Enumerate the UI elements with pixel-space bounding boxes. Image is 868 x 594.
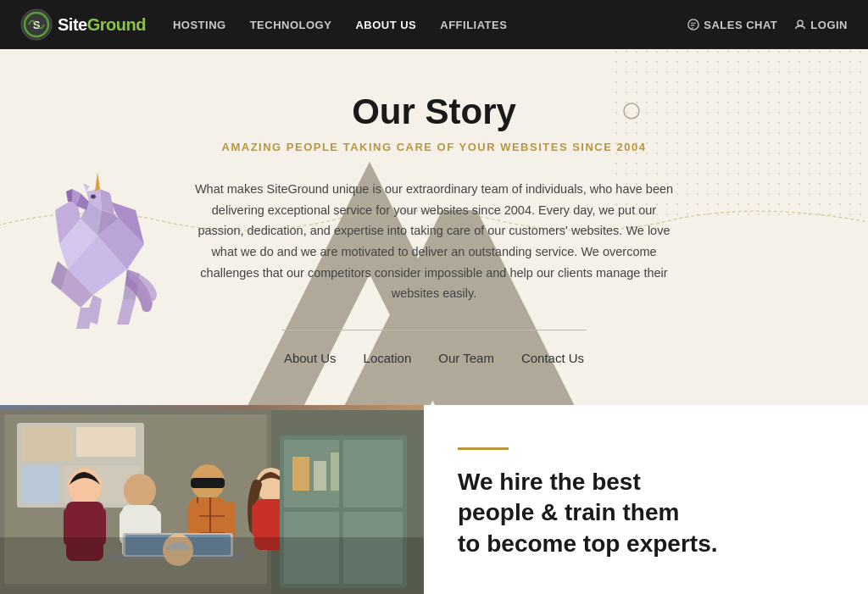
team-photo — [0, 405, 424, 594]
svg-marker-24 — [66, 189, 72, 202]
logo-text: SiteGround — [58, 15, 146, 35]
svg-marker-29 — [117, 299, 136, 325]
hero-nav-about-us[interactable]: About Us — [284, 351, 337, 365]
bottom-headline: We hire the best people & train them to … — [458, 467, 834, 559]
svg-marker-30 — [76, 308, 93, 329]
svg-rect-71 — [331, 452, 339, 491]
navbar: S SiteGround HOSTING TECHNOLOGY ABOUT US… — [0, 0, 868, 49]
hero-nav-contact-us[interactable]: Contact Us — [521, 351, 584, 365]
chat-icon — [687, 19, 699, 31]
photo-placeholder — [0, 405, 424, 594]
logo[interactable]: S SiteGround — [20, 8, 146, 41]
nav-technology[interactable]: TECHNOLOGY — [250, 19, 332, 31]
hero-nav-location[interactable]: Location — [364, 351, 412, 365]
logo-icon: S — [20, 8, 53, 41]
hero-section: Our Story AMAZING PEOPLE TAKING CARE OF … — [0, 49, 868, 405]
login-button[interactable]: LOGIN — [794, 19, 848, 31]
nav-hosting[interactable]: HOSTING — [173, 19, 226, 31]
navbar-right: SALES CHAT LOGIN — [687, 19, 848, 31]
svg-rect-58 — [252, 503, 262, 537]
hero-title: Our Story — [352, 92, 516, 132]
hero-page-nav: About Us Location Our Team Contact Us — [284, 351, 584, 365]
sales-chat-button[interactable]: SALES CHAT — [687, 19, 777, 31]
navbar-left: S SiteGround HOSTING TECHNOLOGY ABOUT US… — [20, 8, 507, 41]
unicorn-illustration — [25, 159, 170, 329]
nav-affiliates[interactable]: AFFILIATES — [440, 19, 507, 31]
hero-divider — [281, 330, 587, 330]
svg-rect-69 — [292, 457, 309, 491]
svg-rect-36 — [76, 427, 136, 457]
svg-rect-48 — [191, 478, 225, 488]
bottom-section: We hire the best people & train them to … — [0, 405, 868, 594]
hero-subtitle: AMAZING PEOPLE TAKING CARE OF YOUR WEBSI… — [222, 141, 647, 153]
people-illustration — [0, 410, 424, 594]
svg-marker-20 — [83, 183, 90, 192]
nav-links: HOSTING TECHNOLOGY ABOUT US AFFILIATES — [173, 19, 508, 31]
svg-point-4 — [798, 20, 803, 25]
deco-circle-icon — [622, 102, 641, 120]
svg-point-43 — [124, 474, 156, 508]
svg-point-21 — [91, 195, 96, 199]
svg-marker-19 — [95, 172, 100, 192]
svg-rect-35 — [21, 427, 72, 461]
svg-point-3 — [688, 19, 698, 30]
hero-nav-our-team[interactable]: Our Team — [438, 351, 494, 365]
user-icon — [794, 19, 806, 31]
svg-rect-37 — [21, 465, 59, 503]
svg-rect-70 — [314, 461, 326, 491]
svg-rect-66 — [343, 440, 403, 508]
hero-body-text: What makes SiteGround unique is our extr… — [188, 179, 680, 304]
nav-about-us[interactable]: ABOUT US — [355, 19, 416, 31]
bottom-content: We hire the best people & train them to … — [424, 405, 868, 594]
svg-point-7 — [624, 103, 639, 119]
svg-rect-72 — [0, 537, 424, 594]
gold-accent-bar — [458, 447, 509, 450]
